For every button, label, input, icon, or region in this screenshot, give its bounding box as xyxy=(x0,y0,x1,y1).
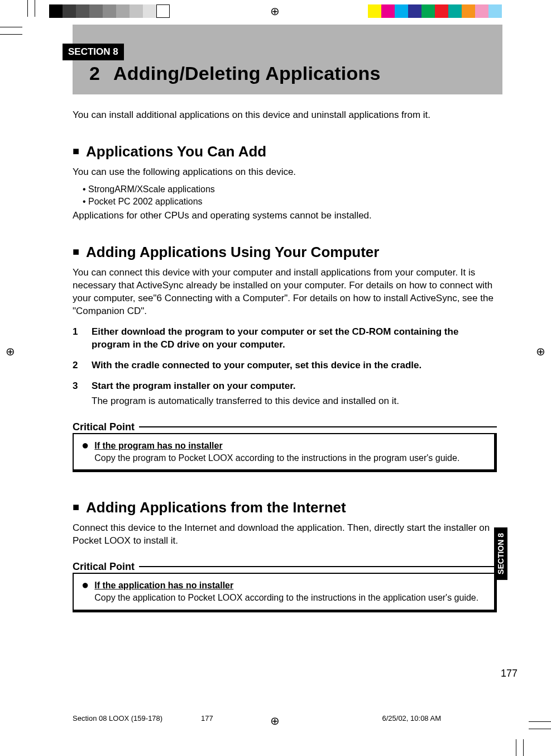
side-section-tab: SECTION 8 xyxy=(494,527,507,580)
color-swatch xyxy=(381,4,395,18)
step-text: Start the program installer on your comp… xyxy=(92,380,497,393)
divider-line xyxy=(139,426,497,427)
color-swatch xyxy=(49,4,63,18)
color-swatch xyxy=(435,4,448,18)
critical-point-body: Copy the application to Pocket LOOX acco… xyxy=(94,592,478,604)
crop-mark xyxy=(529,721,551,722)
section-lead: Connect this device to the Internet and … xyxy=(73,522,497,548)
list-item: Pocket PC 2002 applications xyxy=(83,196,497,208)
section-heading: Applications You Can Add xyxy=(73,142,497,161)
chapter-header: SECTION 8 2Adding/Deleting Applications xyxy=(73,25,502,94)
chapter-number: 2 xyxy=(89,63,100,84)
step-text: With the cradle connected to your comput… xyxy=(92,359,497,372)
section-using-computer: Adding Applications Using Your Computer … xyxy=(73,243,497,472)
step: 3 Start the program installer on your co… xyxy=(73,380,497,393)
registration-mark-icon: ⊕ xyxy=(270,715,280,726)
color-swatch xyxy=(448,4,462,18)
footer-center: 177 xyxy=(201,714,213,722)
critical-point-box: ● If the program has no installer Copy t… xyxy=(73,433,497,472)
color-swatch xyxy=(89,4,103,18)
critical-point-label: Critical Point xyxy=(73,420,497,434)
step-number: 2 xyxy=(73,359,80,372)
color-swatch xyxy=(156,4,170,18)
crop-mark xyxy=(523,739,524,756)
step-number: 3 xyxy=(73,380,80,393)
step-number: 1 xyxy=(73,326,80,351)
step-note: The program is automatically transferred… xyxy=(92,395,497,408)
color-swatch xyxy=(130,4,143,18)
critical-point-box: ● If the application has no installer Co… xyxy=(73,573,497,612)
step-text: Either download the program to your comp… xyxy=(92,326,497,351)
color-swatch xyxy=(462,4,475,18)
critical-point-heading: If the application has no installer xyxy=(94,581,233,590)
critical-point-label: Critical Point xyxy=(73,560,497,573)
critical-point-heading: If the program has no installer xyxy=(94,441,222,450)
crop-mark xyxy=(0,34,22,35)
section-applications-you-can-add: Applications You Can Add You can use the… xyxy=(73,142,497,222)
critical-point-item: ● If the application has no installer Co… xyxy=(82,579,486,603)
color-swatch xyxy=(368,4,381,18)
crop-mark xyxy=(0,27,22,27)
color-swatch xyxy=(143,4,156,18)
page-number: 177 xyxy=(501,668,518,679)
critical-point-block: Critical Point ● If the program has no i… xyxy=(73,420,497,472)
chapter-title-text: Adding/Deleting Applications xyxy=(113,63,380,84)
bullet-icon: ● xyxy=(82,440,89,464)
critical-point-body: Copy the program to Pocket LOOX accordin… xyxy=(94,452,459,464)
divider-line xyxy=(139,566,497,567)
step-list: 1 Either download the program to your co… xyxy=(73,326,497,408)
step: 2 With the cradle connected to your comp… xyxy=(73,359,497,372)
color-swatch xyxy=(103,4,116,18)
color-swatch xyxy=(76,4,89,18)
color-swatch xyxy=(475,4,488,18)
footer-right: 6/25/02, 10:08 AM xyxy=(382,714,441,722)
critical-point-item: ● If the program has no installer Copy t… xyxy=(82,440,486,464)
critical-point-text: Critical Point xyxy=(73,560,135,573)
section-lead: You can use the following applications o… xyxy=(73,166,497,179)
color-swatch xyxy=(421,4,435,18)
intro-paragraph: You can install additional applications … xyxy=(73,109,497,122)
color-swatch xyxy=(488,4,502,18)
critical-point-block: Critical Point ● If the application has … xyxy=(73,560,497,612)
section-tag: SECTION 8 xyxy=(63,44,124,60)
bullet-icon: ● xyxy=(82,579,89,603)
section-tail: Applications for other CPUs and operatin… xyxy=(73,210,497,222)
registration-mark-icon: ⊕ xyxy=(536,346,545,357)
color-swatch xyxy=(395,4,408,18)
list-item: StrongARM/XScale applications xyxy=(83,183,497,196)
critical-point-text: Critical Point xyxy=(73,420,135,434)
crop-mark xyxy=(516,739,516,756)
application-list: StrongARM/XScale applications Pocket PC … xyxy=(83,183,497,207)
step: 1 Either download the program to your co… xyxy=(73,326,497,351)
color-swatch xyxy=(63,4,76,18)
registration-mark-icon: ⊕ xyxy=(6,346,15,357)
section-from-internet: Adding Applications from the Internet Co… xyxy=(73,498,497,612)
footer-left: Section 08 LOOX (159-178) xyxy=(73,714,162,722)
color-swatch xyxy=(408,4,421,18)
color-swatch xyxy=(116,4,130,18)
crop-mark xyxy=(529,729,551,729)
page-content: SECTION 8 2Adding/Deleting Applications … xyxy=(73,25,502,612)
section-heading: Adding Applications from the Internet xyxy=(73,498,497,517)
section-lead: You can connect this device with your co… xyxy=(73,267,497,318)
chapter-title: 2Adding/Deleting Applications xyxy=(73,60,502,89)
registration-mark-icon: ⊕ xyxy=(270,6,280,17)
section-heading: Adding Applications Using Your Computer xyxy=(73,243,497,262)
